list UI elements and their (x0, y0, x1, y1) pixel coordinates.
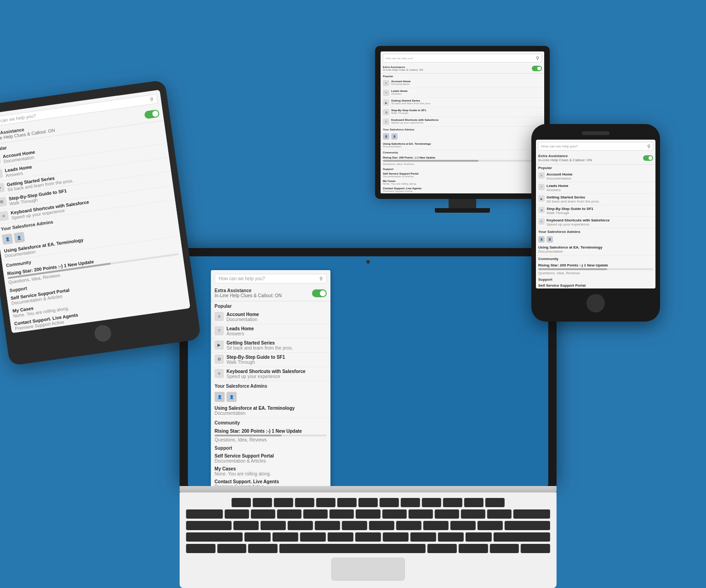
key[interactable] (466, 532, 491, 542)
monitor-support-0[interactable]: Self Service Support Portal Documentatio… (381, 171, 544, 179)
monitor-item-0[interactable]: ≡ Account Home Documentation (381, 79, 544, 88)
key[interactable] (272, 532, 298, 542)
monitor-toggle-switch[interactable] (532, 66, 542, 71)
key[interactable] (513, 509, 550, 519)
key[interactable] (261, 521, 286, 530)
key[interactable] (459, 544, 488, 553)
key[interactable] (401, 498, 420, 507)
monitor-support-1[interactable]: My Cases None. You are rolling along. (381, 179, 544, 186)
key[interactable] (186, 532, 243, 542)
key[interactable] (253, 498, 272, 507)
laptop-item-0[interactable]: ≡ Account Home Documentation (211, 310, 330, 324)
key[interactable] (233, 521, 259, 530)
key[interactable] (288, 521, 313, 530)
monitor-search-bar[interactable]: How can we help you? ⚲ (383, 54, 542, 62)
key[interactable] (461, 509, 485, 519)
keyboard-rows (186, 498, 550, 553)
key[interactable] (369, 521, 394, 530)
key[interactable] (410, 532, 436, 542)
trackpad[interactable] (331, 558, 405, 581)
key[interactable] (232, 498, 251, 507)
key[interactable] (355, 532, 381, 542)
laptop-item-1[interactable]: ? Leads Home Answers (211, 324, 330, 339)
key[interactable] (225, 509, 249, 519)
laptop-item-4[interactable]: ≡ Keyboard Shortcuts with Salesforce Spe… (211, 367, 330, 381)
laptop-support-0[interactable]: Self Service Support Portal Documentatio… (211, 452, 330, 465)
key[interactable] (186, 509, 223, 519)
phone-community-item[interactable]: Rising Star: 200 Points :-) 1 New Update… (536, 262, 655, 276)
spacebar-key[interactable] (279, 544, 426, 553)
phone-support-0[interactable]: Self Service Support Portal (536, 283, 655, 288)
key[interactable] (443, 498, 462, 507)
key[interactable] (464, 498, 484, 507)
key[interactable] (217, 544, 246, 553)
key[interactable] (337, 498, 357, 507)
phone-item-3[interactable]: ⚙ Step-By-Step Guide to SF1 Walk Through (536, 205, 655, 217)
key[interactable] (409, 509, 433, 519)
laptop-item-3[interactable]: ⚙ Step-By-Step Guide to SF1 Walk Through (211, 353, 330, 367)
key[interactable] (478, 521, 503, 530)
key[interactable] (396, 521, 421, 530)
monitor-item-2[interactable]: ▶ Getting Started Series Sit back and le… (381, 98, 544, 107)
monitor-item-3[interactable]: ⚙ Step-By-Step Guide to SF1 Walk Through (381, 107, 544, 117)
monitor-item-4[interactable]: ≡ Keyboard Shortcuts with Salesforce Spe… (381, 117, 544, 127)
phone-item-2[interactable]: ▶ Getting Started Series Sit back and le… (536, 194, 655, 205)
laptop-support-1[interactable]: My Cases None. You are rolling along. (211, 465, 330, 478)
key[interactable] (342, 521, 367, 530)
phone-item-1[interactable]: ? Leads Home Answers (536, 182, 655, 194)
phone-item-0[interactable]: ≡ Account Home Documentation (536, 171, 655, 182)
key[interactable] (422, 498, 441, 507)
phone-item-4[interactable]: ≡ Keyboard Shortcuts with Salesforce Spe… (536, 217, 655, 228)
laptop-search-bar[interactable]: How can we help you? ⚲ (215, 274, 327, 283)
laptop-item-2[interactable]: ▶ Getting Started Series Sit back and le… (211, 339, 330, 353)
laptop-item-text-0: Account Home Documentation (227, 312, 259, 322)
key[interactable] (245, 532, 270, 542)
laptop-toggle-switch[interactable] (312, 289, 327, 297)
key[interactable] (435, 509, 459, 519)
key[interactable] (427, 544, 457, 553)
key[interactable] (380, 498, 399, 507)
phone-search-bar[interactable]: How can we help you? ⚲ (538, 142, 653, 151)
key[interactable] (277, 509, 302, 519)
key[interactable] (356, 509, 380, 519)
phone-home-button[interactable] (586, 294, 605, 312)
key[interactable] (505, 521, 550, 530)
key[interactable] (487, 509, 512, 519)
laptop-community-item[interactable]: Rising Star: 200 Points :-) 1 New Update… (211, 427, 330, 443)
key[interactable] (382, 509, 406, 519)
key[interactable] (186, 521, 232, 530)
key[interactable] (383, 532, 409, 542)
key[interactable] (295, 498, 314, 507)
tablet-home-button[interactable] (93, 324, 112, 343)
phone-community-label: Community (536, 255, 655, 262)
key[interactable] (485, 498, 505, 507)
key[interactable] (303, 509, 328, 519)
monitor-admin-item[interactable]: Using Salesforce at EA. Terminology Docu… (381, 141, 544, 150)
key[interactable] (450, 521, 476, 530)
key[interactable] (274, 498, 293, 507)
phone-toggle-switch[interactable] (643, 155, 653, 161)
key[interactable] (328, 532, 353, 542)
key[interactable] (359, 498, 378, 507)
key[interactable] (251, 509, 275, 519)
key[interactable] (300, 532, 325, 542)
laptop-support-2[interactable]: Contact Support. Live Agents Premiere Su… (211, 478, 330, 486)
key[interactable] (330, 509, 354, 519)
monitor-support-2[interactable]: Contact Support. Live Agents Premiere Su… (381, 186, 544, 193)
key[interactable] (248, 544, 278, 553)
key[interactable] (316, 498, 336, 507)
monitor-community-item[interactable]: Rising Star: 200 Points :-) 1 New Update… (381, 155, 544, 166)
laptop-admin-item[interactable]: Using Salesforce at EA. Terminology Docu… (211, 404, 330, 418)
key[interactable] (423, 521, 449, 530)
key[interactable] (438, 532, 464, 542)
key[interactable] (315, 521, 340, 530)
laptop-camera (366, 260, 370, 264)
monitor-search-icon: ⚲ (536, 56, 539, 61)
monitor-item-1[interactable]: ? Leads Home Answers (381, 88, 544, 98)
key[interactable] (186, 544, 216, 553)
tablet-toggle-switch[interactable] (144, 109, 159, 119)
key[interactable] (493, 532, 550, 542)
key[interactable] (521, 544, 550, 553)
key[interactable] (490, 544, 519, 553)
phone-admin-item[interactable]: Using Salesforce at EA. Terminology Docu… (536, 244, 655, 255)
